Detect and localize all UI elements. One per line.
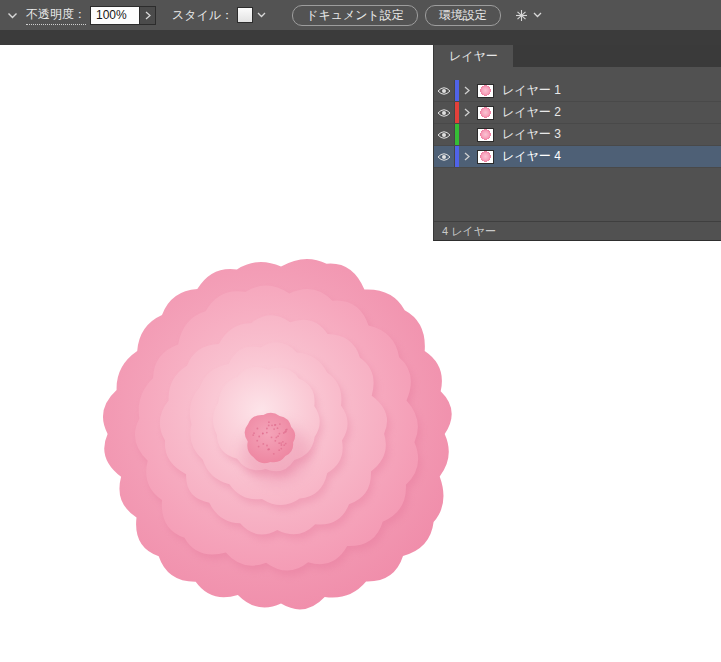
layer-count-status: 4 レイヤー xyxy=(442,224,496,239)
layer-thumbnail[interactable] xyxy=(477,106,494,120)
style-swatch[interactable] xyxy=(237,7,253,23)
visibility-eye-icon[interactable] xyxy=(434,102,455,123)
preferences-button[interactable]: 環境設定 xyxy=(425,5,501,26)
reference-point-icon[interactable] xyxy=(514,9,529,22)
layer-thumbnail[interactable] xyxy=(477,150,494,164)
layer-name[interactable]: レイヤー 2 xyxy=(502,104,561,121)
collapse-chevron-down-icon[interactable] xyxy=(7,12,18,19)
layer-thumbnail[interactable] xyxy=(477,84,494,98)
options-bar: 不透明度： スタイル： ドキュメント設定 環境設定 xyxy=(0,0,721,30)
visibility-eye-icon[interactable] xyxy=(434,146,455,167)
expand-chevron-icon[interactable] xyxy=(459,108,474,117)
visibility-eye-icon[interactable] xyxy=(434,124,455,145)
layer-name[interactable]: レイヤー 3 xyxy=(502,126,561,143)
layer-color-bar xyxy=(455,124,459,145)
opacity-label[interactable]: 不透明度： xyxy=(26,6,86,25)
layer-name[interactable]: レイヤー 4 xyxy=(502,148,561,165)
layer-thumbnail[interactable] xyxy=(477,128,494,142)
style-dropdown-chevron-icon[interactable] xyxy=(257,12,266,18)
expand-chevron-icon[interactable] xyxy=(459,86,474,95)
document-settings-button[interactable]: ドキュメント設定 xyxy=(292,5,418,26)
layers-panel-footer: 4 レイヤー xyxy=(434,221,721,240)
layers-panel: レイヤー レイヤー 1レイヤー 2レイヤー 3レイヤー 4 4 レイヤー xyxy=(433,45,721,241)
expand-chevron-icon[interactable] xyxy=(459,152,474,161)
layer-row[interactable]: レイヤー 3 xyxy=(434,124,721,146)
layer-list: レイヤー 1レイヤー 2レイヤー 3レイヤー 4 xyxy=(434,80,721,168)
layer-row[interactable]: レイヤー 2 xyxy=(434,102,721,124)
layer-row[interactable]: レイヤー 1 xyxy=(434,80,721,102)
layer-row[interactable]: レイヤー 4 xyxy=(434,146,721,168)
opacity-dropdown-button[interactable] xyxy=(140,6,156,25)
visibility-eye-icon[interactable] xyxy=(434,80,455,101)
layer-name[interactable]: レイヤー 1 xyxy=(502,82,561,99)
panel-tab-bar: レイヤー xyxy=(434,45,721,67)
tab-layers[interactable]: レイヤー xyxy=(434,45,513,67)
opacity-input[interactable] xyxy=(90,6,140,25)
style-label: スタイル： xyxy=(172,7,233,24)
toolbar-more-chevron-icon[interactable] xyxy=(533,12,542,18)
frame-strip xyxy=(0,30,721,45)
